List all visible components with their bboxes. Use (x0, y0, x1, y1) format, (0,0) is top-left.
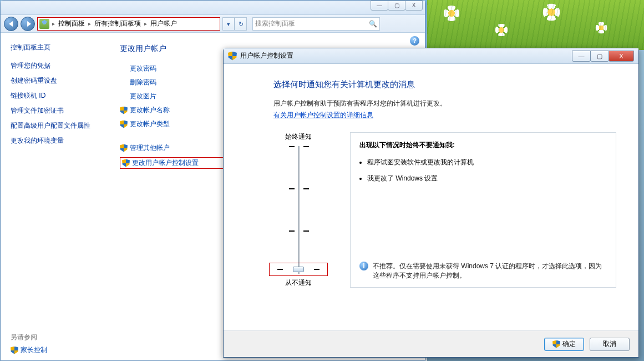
uac-close-button[interactable]: X (608, 51, 634, 62)
slider-tick (289, 188, 309, 189)
sidebar-link-parental-controls[interactable]: 家长控制 (11, 345, 103, 355)
main-close-button[interactable]: X (405, 1, 423, 11)
uac-body: 选择何时通知您有关计算机更改的消息 用户帐户控制有助于预防有害程序对您的计算机进… (224, 64, 638, 330)
breadcrumb-item-all-items[interactable]: 所有控制面板项 (92, 19, 143, 28)
slider-label-never: 从不通知 (273, 278, 323, 288)
breadcrumb-item-user-accounts[interactable]: 用户帐户 (148, 19, 179, 28)
ok-button-label: 确定 (562, 339, 576, 349)
slider-label-always: 始终通知 (273, 132, 323, 142)
uac-level-note: i 不推荐。仅在需要使用未获得 Windows 7 认证的程序时，才选择此选项，… (359, 262, 607, 280)
help-icon[interactable]: ? (410, 36, 419, 46)
shield-icon (120, 144, 128, 152)
breadcrumb-item-control-panel[interactable]: 控制面板 (56, 19, 87, 28)
action-label: 更改帐户类型 (130, 119, 170, 129)
shield-icon (11, 347, 18, 354)
sidebar-see-also-label: 另请参阅 (11, 310, 103, 342)
shield-icon (552, 340, 560, 348)
uac-minimize-button[interactable]: — (572, 51, 591, 62)
address-history-dropdown[interactable]: ▾ (222, 17, 235, 31)
uac-description: 用户帐户控制有助于预防有害程序对您的计算机进行更改。 (273, 99, 616, 108)
uac-settings-dialog: 用户帐户控制设置 — ▢ X 选择何时通知您有关计算机更改的消息 用户帐户控制有… (223, 48, 639, 358)
sidebar-home-link[interactable]: 控制面板主页 (11, 43, 103, 52)
main-maximize-button[interactable]: ▢ (388, 1, 405, 11)
action-label: 更改用户帐户控制设置 (132, 158, 199, 168)
slider-track[interactable] (298, 146, 300, 274)
main-minimize-button[interactable]: — (371, 1, 388, 11)
shield-icon (228, 52, 237, 61)
address-bar-icon (39, 19, 49, 29)
info-icon: i (359, 262, 368, 270)
slider-tick (289, 146, 309, 147)
sidebar-link-advanced-profile[interactable]: 配置高级用户配置文件属性 (11, 121, 103, 131)
action-label: 更改密码 (130, 64, 156, 73)
action-label: 更改图片 (130, 92, 156, 101)
sidebar-link-password-reset-disk[interactable]: 创建密码重设盘 (11, 76, 103, 86)
address-bar[interactable]: ▸ 控制面板 ▸ 所有控制面板项 ▸ 用户帐户 (37, 17, 220, 31)
uac-slider[interactable]: 始终通知 从不通知 (273, 132, 323, 288)
control-panel-sidebar: 控制面板主页 管理您的凭据 创建密码重设盘 链接联机 ID 管理文件加密证书 配… (1, 33, 109, 360)
uac-footer: 确定 取消 (224, 330, 638, 357)
uac-level-bullets: 程序试图安装软件或更改我的计算机 我更改了 Windows 设置 (367, 158, 607, 190)
nav-toolbar: ▸ 控制面板 ▸ 所有控制面板项 ▸ 用户帐户 ▾ ↻ 搜索控制面板 🔍 (1, 15, 425, 33)
sidebar-see-also-text: 家长控制 (21, 345, 47, 355)
uac-level-when-title: 出现以下情况时始终不要通知我: (359, 141, 607, 150)
uac-heading: 选择何时通知您有关计算机更改的消息 (273, 79, 616, 90)
uac-title-text: 用户帐户控制设置 (240, 51, 293, 61)
sidebar-link-encryption-certs[interactable]: 管理文件加密证书 (11, 106, 103, 116)
uac-bullet-item: 我更改了 Windows 设置 (367, 174, 607, 183)
uac-titlebar[interactable]: 用户帐户控制设置 — ▢ X (224, 48, 638, 64)
action-label: 更改帐户名称 (130, 106, 170, 115)
search-placeholder: 搜索控制面板 (255, 19, 295, 28)
slider-thumb-highlight (269, 263, 328, 276)
breadcrumb-sep-icon: ▸ (143, 21, 148, 27)
shield-icon (120, 107, 128, 114)
uac-bullet-item: 程序试图安装软件或更改我的计算机 (367, 158, 607, 167)
search-input[interactable]: 搜索控制面板 🔍 (252, 17, 380, 31)
main-titlebar[interactable]: — ▢ X (1, 1, 425, 15)
breadcrumb-sep-icon: ▸ (87, 21, 92, 27)
slider-tick (289, 230, 309, 232)
ok-button[interactable]: 确定 (544, 338, 584, 351)
refresh-button[interactable]: ↻ (235, 17, 247, 31)
sidebar-link-credentials[interactable]: 管理您的凭据 (11, 61, 103, 71)
breadcrumb-sep-icon: ▸ (51, 21, 56, 27)
nav-back-button[interactable] (4, 17, 18, 31)
action-label: 删除密码 (130, 78, 156, 87)
sidebar-link-online-id[interactable]: 链接联机 ID (11, 91, 103, 101)
slider-thumb[interactable] (293, 267, 304, 272)
desktop-wallpaper (427, 0, 644, 50)
shield-icon (122, 159, 130, 167)
cancel-button[interactable]: 取消 (590, 338, 630, 351)
uac-level-info-panel: 出现以下情况时始终不要通知我: 程序试图安装软件或更改我的计算机 我更改了 Wi… (350, 132, 616, 288)
nav-forward-button[interactable] (21, 17, 35, 31)
shield-icon (120, 121, 128, 128)
uac-maximize-button[interactable]: ▢ (590, 51, 609, 62)
uac-level-note-text: 不推荐。仅在需要使用未获得 Windows 7 认证的程序时，才选择此选项，因为… (373, 262, 607, 280)
search-icon: 🔍 (369, 20, 377, 28)
uac-details-link[interactable]: 有关用户帐户控制设置的详细信息 (273, 111, 616, 120)
cancel-button-label: 取消 (603, 339, 616, 349)
action-label: 管理其他帐户 (130, 143, 170, 153)
sidebar-link-env-vars[interactable]: 更改我的环境变量 (11, 136, 103, 146)
